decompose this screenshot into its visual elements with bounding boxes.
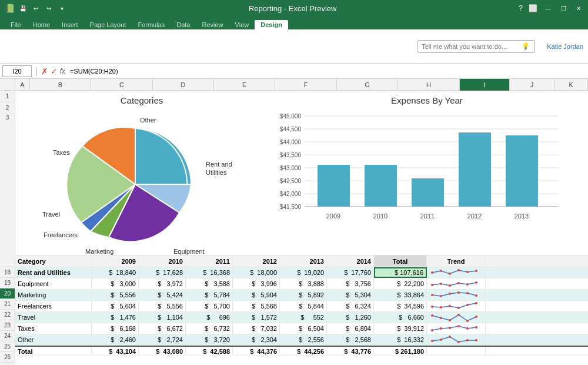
col-g[interactable]: G <box>337 79 398 91</box>
customize-qat-icon[interactable]: ▾ <box>57 4 66 13</box>
row-22[interactable]: 22 <box>0 310 15 320</box>
row-1[interactable]: 1 <box>0 91 15 102</box>
col-j[interactable]: J <box>510 79 554 91</box>
cell-mkt-2011: $ 5,784 <box>186 290 233 300</box>
cell-free-2009: $ 5,604 <box>92 301 139 311</box>
cell-travel-2009: $ 1,476 <box>92 312 139 323</box>
svg-point-40 <box>475 294 477 297</box>
cell-total-2010: $ 43,080 <box>139 347 186 356</box>
row-27[interactable]: 27 <box>0 363 15 365</box>
row-26[interactable]: 26 <box>0 352 15 363</box>
close-icon[interactable]: ✕ <box>574 4 583 13</box>
row-19[interactable]: 19 <box>0 278 15 288</box>
tab-insert[interactable]: Insert <box>56 20 84 29</box>
table-row-taxes[interactable]: Taxes $ 6,168 $ 6,672 $ 6,732 $ 7,032 $ … <box>15 323 588 334</box>
svg-point-49 <box>449 319 451 321</box>
tab-page-layout[interactable]: Page Layout <box>84 20 132 29</box>
bar-2009 <box>318 165 350 207</box>
row-23[interactable]: 23 <box>0 320 15 331</box>
table-row-freelancers[interactable]: Freelancers $ 5,604 $ 5,556 $ 5,700 $ 5,… <box>15 301 588 312</box>
col-i[interactable]: I <box>460 79 510 91</box>
formula-input[interactable] <box>68 68 586 75</box>
svg-point-50 <box>457 314 460 316</box>
cell-mkt-2009: $ 5,556 <box>92 290 139 300</box>
row-2[interactable]: 2 <box>0 102 15 114</box>
formula-confirm-icon[interactable]: ✓ <box>51 67 58 76</box>
svg-point-45 <box>466 304 469 306</box>
restore-icon[interactable]: ❐ <box>559 4 568 13</box>
cell-mkt-category: Marketing <box>15 290 92 300</box>
col-h[interactable]: H <box>398 79 459 91</box>
search-input[interactable] <box>422 43 522 50</box>
cell-mkt-2012: $ 5,904 <box>233 290 280 300</box>
tab-data[interactable]: Data <box>171 20 196 29</box>
col-f[interactable]: F <box>275 79 336 91</box>
row-21[interactable]: 21 <box>0 299 15 310</box>
row-20[interactable]: 20 <box>0 288 15 299</box>
tab-review[interactable]: Review <box>196 20 229 29</box>
svg-point-53 <box>431 329 433 331</box>
header-2011: 2011 <box>186 256 233 267</box>
col-e[interactable]: E <box>214 79 275 91</box>
minimize-icon[interactable]: — <box>543 4 553 13</box>
cell-other-2011: $ 3,720 <box>186 334 233 345</box>
cell-total-2011: $ 42,588 <box>186 347 233 356</box>
svg-text:$45,000: $45,000 <box>280 113 302 120</box>
table-row-marketing[interactable]: Marketing $ 5,556 $ 5,424 $ 5,784 $ 5,90… <box>15 290 588 301</box>
table-row-total[interactable]: Total $ 43,104 $ 43,080 $ 42,588 $ 44,37… <box>15 346 588 356</box>
row-24[interactable]: 24 <box>0 331 15 341</box>
svg-point-58 <box>475 326 477 328</box>
svg-point-41 <box>431 306 433 308</box>
table-row-equipment[interactable]: Equipment $ 3,000 $ 3,972 $ 3,588 $ 3,99… <box>15 278 588 290</box>
cell-free-total: $ 34,596 <box>374 301 427 311</box>
user-name[interactable]: Katie Jordan <box>547 43 583 50</box>
svg-point-24 <box>440 270 442 272</box>
ribbon-expand-icon[interactable]: ⬜ <box>529 4 537 12</box>
ribbon-search-box[interactable]: 💡 <box>417 40 535 53</box>
data-table: Category 2009 2010 2011 2012 2013 2014 T… <box>15 256 588 356</box>
tab-home[interactable]: Home <box>27 20 56 29</box>
cell-other-2014: $ 2,568 <box>327 334 374 345</box>
window-title: Reporting - Excel Preview <box>249 4 337 13</box>
row-18[interactable]: 18 <box>0 267 15 278</box>
formula-cancel-icon[interactable]: ✗ <box>41 67 48 76</box>
pie-label-freelancers: Freelancers <box>44 231 78 238</box>
cell-taxes-total: $ 39,912 <box>374 323 427 334</box>
table-row-travel[interactable]: Travel $ 1,476 $ 1,104 $ 696 $ 1,572 $ 5… <box>15 312 588 323</box>
row-25[interactable]: 25 <box>0 341 15 352</box>
redo-icon[interactable]: ↪ <box>44 4 54 13</box>
tab-file[interactable]: File <box>5 20 27 29</box>
col-c[interactable]: C <box>91 79 152 91</box>
cell-reference[interactable]: I20 <box>2 65 32 77</box>
row-3-17[interactable]: 3 <box>0 114 15 267</box>
svg-text:Utilities: Utilities <box>206 169 227 176</box>
cell-taxes-2013: $ 6,504 <box>280 323 327 334</box>
cell-total-2013: $ 44,256 <box>280 347 327 356</box>
svg-point-56 <box>457 325 460 327</box>
bar-chart-svg: $45,000 $44,500 $44,000 $43,500 $43,000 … <box>270 108 564 255</box>
cell-equip-2012: $ 3,996 <box>233 278 280 289</box>
svg-point-34 <box>475 281 477 284</box>
title-bar: 📗 💾 ↩ ↪ ▾ Reporting - Excel Preview ? ⬜ … <box>0 0 588 16</box>
tab-view[interactable]: View <box>229 20 255 29</box>
svg-text:2009: 2009 <box>326 213 340 220</box>
svg-point-61 <box>449 336 451 338</box>
col-k[interactable]: K <box>554 79 588 91</box>
col-b[interactable]: B <box>30 79 91 91</box>
table-row-rent[interactable]: Rent and Utilities $ 18,840 $ 17,628 $ 1… <box>15 267 588 278</box>
cell-equip-2011: $ 3,588 <box>186 278 233 289</box>
undo-icon[interactable]: ↩ <box>31 4 41 13</box>
cell-total-2014: $ 43,776 <box>327 347 374 356</box>
col-d[interactable]: D <box>153 79 214 91</box>
tab-formulas[interactable]: Formulas <box>132 20 171 29</box>
cell-equip-2010: $ 3,972 <box>139 278 186 289</box>
tab-design[interactable]: Design <box>255 20 288 29</box>
table-row-other[interactable]: Other $ 2,460 $ 2,724 $ 3,720 $ 2,304 $ … <box>15 334 588 346</box>
col-a[interactable]: A <box>15 79 30 91</box>
formula-fx-icon[interactable]: fx <box>60 67 65 75</box>
save-icon[interactable]: 💾 <box>18 4 28 13</box>
help-icon[interactable]: ? <box>519 4 523 12</box>
cell-equip-trend <box>427 278 486 289</box>
bar-2013 <box>506 135 538 207</box>
svg-point-27 <box>466 271 469 273</box>
